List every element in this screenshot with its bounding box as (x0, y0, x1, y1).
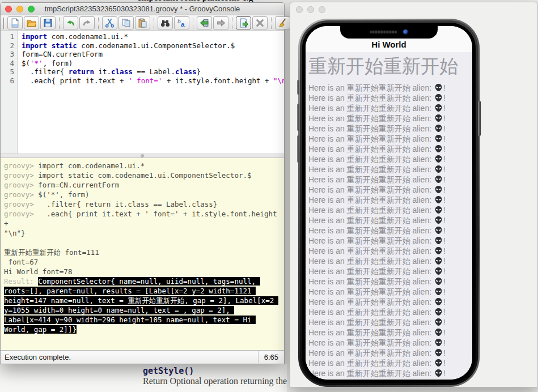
status-message: Execution complete. (1, 353, 71, 361)
zoom-button[interactable] (319, 6, 325, 13)
execute-script-button[interactable] (236, 16, 251, 29)
status-bar: Execution complete. 6:65 (1, 350, 284, 364)
alien-icon (434, 359, 443, 368)
line-number: 5 (1, 67, 14, 76)
code-line: $('*', form) (22, 59, 284, 68)
cut-icon (105, 18, 115, 28)
app-title: Hi World (371, 40, 406, 49)
splitter-handle-icon (141, 154, 144, 157)
simulator-title-bar[interactable] (290, 2, 537, 17)
toolbar-separator (98, 17, 99, 29)
volume-up-button (297, 104, 299, 131)
copy-icon (121, 18, 131, 28)
toolbar: ba (1, 15, 284, 31)
close-button[interactable] (5, 6, 12, 12)
line-number-gutter: 123456 (1, 31, 18, 154)
find-button[interactable] (158, 16, 173, 29)
output-line: Hi World font=78 (4, 267, 281, 276)
clear-output-button[interactable] (275, 16, 290, 29)
alien-icon (434, 226, 443, 235)
paste-button[interactable] (135, 16, 150, 29)
list-item: Here is an 重新开始重新开始 alien: ! (306, 134, 472, 144)
doc-method-name: getStyle() (143, 366, 194, 376)
code-editor[interactable]: 123456 import com.codename1.ui.*import s… (1, 31, 284, 154)
output-line: groovy> form=CN.currentForm (4, 180, 281, 190)
minimize-button[interactable] (16, 6, 23, 12)
alien-icon (434, 308, 443, 317)
line-number: 4 (1, 59, 14, 68)
alien-icon (434, 124, 443, 133)
new-file-button[interactable] (7, 16, 23, 29)
list-item: Here is an 重新开始重新开始 alien: ! (306, 338, 472, 348)
code-line: import com.codename1.ui.* (22, 32, 284, 41)
desktop: Important some platforms e.g getStyle() … (0, 0, 538, 392)
copy-button[interactable] (118, 16, 134, 29)
title-bar[interactable]: tmpScript3823532365030323081.groovy * - … (1, 3, 284, 15)
script-export-button[interactable] (213, 16, 228, 29)
new-file-icon (10, 18, 20, 28)
cut-button[interactable] (102, 16, 117, 29)
output-line: groovy> .each{ print it.text + ' font=' … (4, 209, 281, 228)
replace-button[interactable]: ba (174, 16, 189, 29)
background-docs-page: getStyle() Return Optional operation ret… (0, 364, 287, 392)
svg-text:a: a (181, 20, 185, 28)
redo-button[interactable] (79, 16, 95, 29)
save-file-button[interactable] (40, 16, 56, 29)
toolbar-separator (154, 17, 154, 29)
save-file-icon (43, 18, 53, 28)
alien-icon (434, 338, 443, 347)
list-item: Here is an 重新开始重新开始 alien: ! (306, 215, 472, 225)
alien-icon (434, 195, 443, 204)
alien-icon (434, 175, 443, 184)
list-item: Here is an 重新开始重新开始 alien: ! (306, 297, 472, 307)
alien-icon (434, 93, 443, 103)
list-item: Here is an 重新开始重新开始 alien: ! (306, 195, 472, 205)
list-item: Here is an 重新开始重新开始 alien: ! (306, 174, 472, 185)
interrupt-icon (255, 18, 265, 28)
list-item: Here is an 重新开始重新开始 alien: ! (306, 358, 472, 368)
alien-icon (434, 369, 443, 378)
list-item: Here is an 重新开始重新开始 alien: ! (306, 378, 472, 380)
list-item: Here is an 重新开始重新开始 alien: ! (306, 123, 472, 134)
toolbar-drag-handle[interactable] (3, 18, 4, 29)
alien-icon (434, 379, 443, 380)
alien-icon (434, 104, 443, 113)
speaker-grille-icon (370, 31, 397, 33)
mute-switch (297, 80, 299, 95)
list-item: Here is an 重新开始重新开始 alien: ! (306, 225, 472, 236)
toolbar-separator (271, 17, 272, 29)
list-item: Here is an 重新开始重新开始 alien: ! (306, 236, 472, 246)
output-line: groovy> .filter{ return it.class == Labe… (4, 199, 281, 209)
minimize-button[interactable] (307, 6, 314, 13)
output-panel[interactable]: groovy> import com.codename1.ui.*groovy>… (1, 158, 284, 350)
script-import-icon (200, 18, 209, 28)
output-line: 重新开始重新开始 font=111 (4, 248, 281, 257)
execute-script-icon (239, 18, 248, 28)
alien-icon (434, 185, 443, 194)
paste-icon (138, 18, 147, 28)
output-line (4, 238, 281, 248)
open-file-button[interactable] (24, 16, 39, 29)
alien-icon (434, 267, 443, 276)
interrupt-button[interactable] (252, 16, 268, 29)
line-number: 6 (1, 76, 14, 86)
close-button[interactable] (296, 6, 303, 13)
output-line: Result: ComponentSelector{ name=null, ui… (4, 276, 281, 334)
alien-icon (434, 236, 443, 245)
script-import-button[interactable] (197, 16, 212, 29)
undo-button[interactable] (63, 16, 78, 29)
zoom-button[interactable] (28, 6, 35, 12)
list-item: Here is an 重新开始重新开始 alien: ! (306, 205, 472, 215)
alien-icon (434, 287, 443, 296)
list-item: Here is an 重新开始重新开始 alien: ! (306, 327, 472, 338)
clear-output-icon (278, 18, 287, 28)
notch (340, 26, 438, 39)
window-title: tmpScript3823532365030323081.groovy * - … (45, 5, 240, 13)
list-item: Here is an 重新开始重新开始 alien: ! (306, 246, 472, 256)
simulator-window: Hi World 重新开始重新开始 Here is an 重新开始重新开始 al… (290, 2, 538, 387)
find-icon (160, 18, 170, 28)
list-item: Here is an 重新开始重新开始 alien: ! (306, 185, 472, 195)
code-area[interactable]: import com.codename1.ui.*import static c… (18, 31, 284, 154)
splitter[interactable] (1, 154, 284, 158)
line-number: 2 (1, 41, 14, 50)
